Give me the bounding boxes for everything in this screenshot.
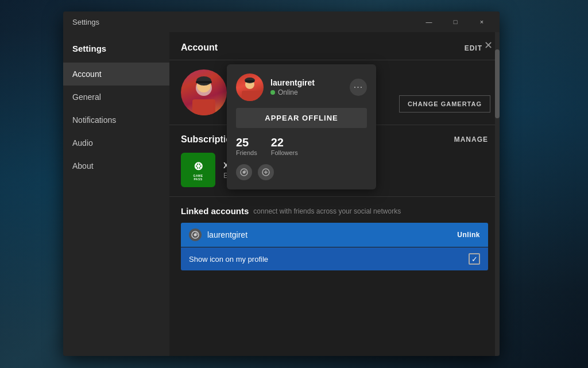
edit-area: EDIT <box>465 42 482 53</box>
add-icon <box>262 168 270 176</box>
steam-linked-icon <box>191 231 199 239</box>
sidebar-item-audio[interactable]: Audio <box>63 131 169 154</box>
sidebar-item-notifications[interactable]: Notifications <box>63 109 169 131</box>
titlebar: Settings — □ × <box>63 11 500 32</box>
change-gamertag-area: CHANGE GAMERTAG <box>399 95 490 113</box>
add-friend-button[interactable] <box>258 164 274 180</box>
close-button[interactable]: × <box>469 11 495 32</box>
svg-point-15 <box>194 234 197 237</box>
linked-title: Linked accounts <box>181 206 249 216</box>
scrollbar-track <box>495 32 500 356</box>
sidebar: Settings Account General Notifications A… <box>63 32 169 356</box>
appear-offline-button[interactable]: APPEAR OFFLINE <box>236 108 367 128</box>
change-gamertag-button[interactable]: CHANGE GAMERTAG <box>399 95 490 113</box>
popup-user-info: laurentgiret Online <box>270 78 343 96</box>
friends-stat: 25 Friends <box>236 136 257 156</box>
content-close-button[interactable]: ✕ <box>484 39 493 52</box>
show-icon-item: Show icon on my profile ✓ <box>181 247 488 270</box>
svg-rect-7 <box>245 80 254 82</box>
linked-subtitle: connect with friends across your social … <box>253 207 401 215</box>
game-pass-text: GAMEPASS <box>194 174 203 181</box>
account-content: laurentgiret Online ··· APPEAR OFFLINE 2… <box>169 60 500 125</box>
status-text: Online <box>278 88 298 96</box>
linked-steam-username: laurentgiret <box>207 230 247 239</box>
steam-icon-circle <box>189 228 202 241</box>
xbox-logo: ⊛ <box>194 159 203 173</box>
popup-icons <box>236 164 367 180</box>
popup-username: laurentgiret <box>270 78 343 87</box>
sidebar-item-general[interactable]: General <box>63 86 169 109</box>
followers-count: 22 <box>271 136 298 149</box>
status-dot <box>270 90 275 95</box>
stats-row: 25 Friends 22 Followers <box>236 136 367 156</box>
linked-header: Linked accounts connect with friends acr… <box>181 206 488 216</box>
settings-window: Settings — □ × Settings Account General … <box>63 11 500 356</box>
content-area: ✕ Account <box>169 32 500 356</box>
scrollbar-thumb[interactable] <box>495 49 500 118</box>
window-controls: — □ × <box>416 11 495 32</box>
steam-icon <box>240 168 248 176</box>
profile-popup: laurentgiret Online ··· APPEAR OFFLINE 2… <box>227 64 376 189</box>
svg-point-10 <box>243 171 246 174</box>
sidebar-title: Settings <box>63 37 169 63</box>
more-options-button[interactable]: ··· <box>350 79 367 96</box>
minimize-button[interactable]: — <box>416 11 442 32</box>
manage-button[interactable]: MANAGE <box>454 135 488 144</box>
followers-stat: 22 Followers <box>271 136 298 156</box>
maximize-button[interactable]: □ <box>442 11 469 32</box>
account-section-header: Account <box>169 32 500 60</box>
avatar-image <box>181 69 227 115</box>
show-icon-label: Show icon on my profile <box>189 255 268 264</box>
popup-header: laurentgiret Online ··· <box>236 73 367 101</box>
window-title: Settings <box>72 18 99 26</box>
friends-label: Friends <box>236 149 257 156</box>
friends-count: 25 <box>236 136 257 149</box>
svg-rect-1 <box>192 99 215 115</box>
sidebar-item-account[interactable]: Account <box>63 63 169 86</box>
xbox-game-pass-icon: ⊛ GAMEPASS <box>181 153 215 187</box>
account-avatar <box>181 69 227 115</box>
popup-avatar <box>236 73 264 101</box>
svg-rect-4 <box>196 81 212 83</box>
steam-icon-button[interactable] <box>236 164 252 180</box>
linked-item-info: laurentgiret <box>189 228 247 241</box>
account-section-title: Account <box>181 42 218 53</box>
sidebar-item-about[interactable]: About <box>63 154 169 177</box>
popup-avatar-svg <box>236 73 264 101</box>
edit-button[interactable]: EDIT <box>465 44 482 52</box>
popup-status: Online <box>270 88 343 96</box>
avatar-svg <box>181 69 227 115</box>
svg-rect-8 <box>242 91 258 101</box>
steam-linked-item: laurentgiret Unlink <box>181 223 488 247</box>
linked-accounts-section: Linked accounts connect with friends acr… <box>169 196 500 280</box>
show-icon-checkbox[interactable]: ✓ <box>469 253 480 265</box>
followers-label: Followers <box>271 149 298 156</box>
popup-avatar-inner <box>236 73 264 101</box>
main-layout: Settings Account General Notifications A… <box>63 32 500 356</box>
unlink-button[interactable]: Unlink <box>457 231 480 239</box>
